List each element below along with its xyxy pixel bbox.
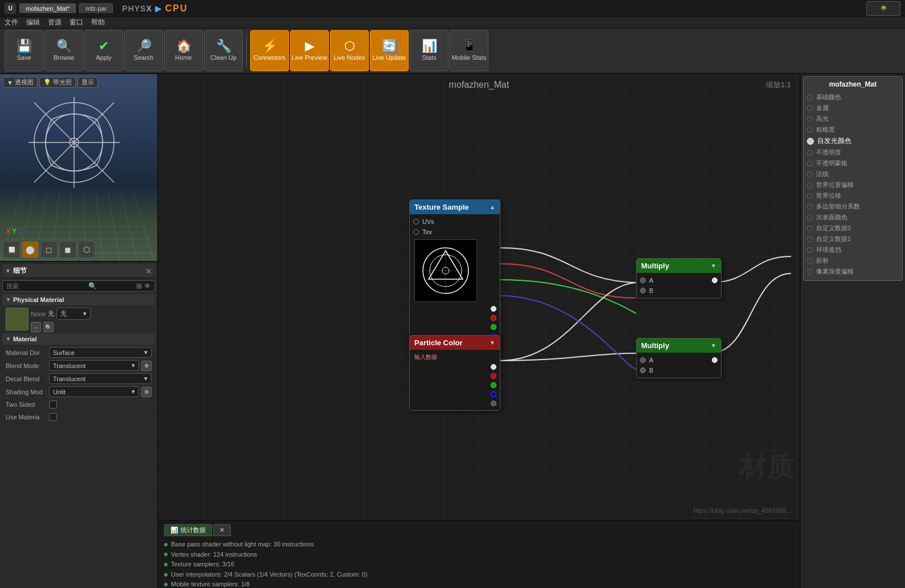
stats-tab[interactable]: 📊 统计数据 [164,524,212,536]
viewport-ctrl-3[interactable]: ◻ [40,241,58,258]
viewport-mode-label: 透视图 [15,78,34,87]
multiply-2-out-pin[interactable] [712,357,718,363]
details-search-input[interactable] [6,283,86,289]
browse-label: Browse [54,54,75,62]
grid-view-icon[interactable]: ⊞ [136,282,142,290]
multiply-1-out-pin[interactable] [712,277,718,283]
live-nodes-button[interactable]: ⬡ Live Nodes [330,30,369,71]
home-button[interactable]: 🏠 Home [164,30,203,71]
output-pin-2[interactable] [807,116,813,122]
uvs-input-pin[interactable] [413,219,419,224]
viewport-ctrl-1[interactable]: 🔲 [3,241,20,258]
output-pin-0[interactable] [807,95,813,100]
phys-color-swatch [6,308,28,330]
material-section[interactable]: ▼ Material [2,333,155,345]
output-pin-row-10: 多边形细分系数 [807,201,899,212]
output-pin-12[interactable] [807,226,813,231]
output-pin-6[interactable] [807,161,813,166]
save-button[interactable]: 💾 Save [5,30,43,71]
viewport-mode-dropdown[interactable]: ▼ 透视图 [3,77,38,88]
menu-assets[interactable]: 资源 [48,18,62,27]
stats-close-tab[interactable]: ✕ [213,524,231,536]
menu-window[interactable]: 窗口 [70,18,83,27]
blend-mode-dropdown[interactable]: Translucent ▾ [49,360,139,371]
r-output-pin[interactable] [491,315,496,321]
live-update-button[interactable]: 🔄 Live Update [370,30,409,71]
output-pin-label-14: 环境遮挡 [816,246,841,254]
arrow-left-btn[interactable]: ← [31,322,41,332]
x-axis-label: X [6,227,10,235]
connectors-button[interactable]: ⚡ Connectors [250,30,289,71]
multiply-1-expand-btn[interactable]: ▼ [711,263,716,269]
browse-button[interactable]: 🔍 Browse [44,30,83,71]
live-preview-button[interactable]: ▶ Live Preview [290,30,329,71]
output-pin-13[interactable] [807,236,813,242]
search-phys-btn[interactable]: 🔍 [43,322,54,332]
details-close-btn[interactable]: ✕ [145,267,152,276]
shading-model-dropdown[interactable]: Unlit ▾ [49,386,139,397]
two-sided-checkbox[interactable] [49,401,57,409]
viewport-ctrl-2[interactable]: ⬤ [22,241,39,258]
apply-button[interactable]: ✔ Apply [84,30,123,71]
output-pin-row-6: 不透明蒙板 [807,158,899,169]
rgb-output-pin[interactable] [491,306,496,312]
decal-blend-dropdown[interactable]: Translucent ▾ [49,373,152,384]
output-pin-row-14: 环境遮挡 [807,244,899,255]
stats-button[interactable]: 📊 Stats [410,30,449,71]
texture-expand-btn[interactable]: ▲ [490,204,495,210]
output-pin-9[interactable] [807,193,813,199]
menubar: 文件 编辑 资源 窗口 帮助 [0,17,905,28]
blend-mode-icon-btn[interactable]: ⊕ [141,361,152,371]
particle-subtitle: 输入数据 [410,352,500,362]
menu-help[interactable]: 帮助 [91,18,105,27]
material-domain-dropdown[interactable]: Surface ▾ [49,347,152,358]
physical-material-section[interactable]: ▼ Physical Material [2,294,155,305]
particle-gray-pin[interactable] [491,401,496,406]
g-output-pin[interactable] [491,324,496,330]
output-pin-14[interactable] [807,247,813,253]
particle-blue-pin[interactable] [491,391,496,397]
viewport-ctrl-5[interactable]: ⬡ [78,241,95,258]
stats-icon: 📊 [422,40,437,52]
multiply-2-expand-btn[interactable]: ▼ [711,342,716,349]
tab-mfz-par[interactable]: mfz-par [79,3,113,13]
cleanup-button[interactable]: 🔧 Clean Up [204,30,243,71]
output-pin-4[interactable] [807,138,814,145]
viewport-lighting-dropdown[interactable]: 💡 带光照 [39,77,76,88]
menu-edit[interactable]: 编辑 [26,18,40,27]
output-pin-11[interactable] [807,215,813,220]
multiply-1-a-in-pin[interactable] [640,277,646,283]
output-pin-3[interactable] [807,127,813,133]
connectors-label: Connectors [254,54,286,62]
output-pin-8[interactable] [807,182,813,188]
node-editor-title: mofazhen_Mat [449,80,509,90]
output-pin-5[interactable] [807,150,813,156]
output-pin-16[interactable] [807,269,813,275]
particle-red-pin[interactable] [491,373,496,379]
multiply-2-b-in-pin[interactable] [640,368,646,373]
viewport-ctrl-4[interactable]: ◼ [59,241,76,258]
stats-row-1: Base pass shader without light map: 30 i… [164,540,794,550]
multiply-2-a-in-pin[interactable] [640,357,646,363]
stats-label: Stats [422,54,436,62]
output-pin-7[interactable] [807,172,813,177]
output-pin-1[interactable] [807,105,813,111]
texture-sample-body: UVs Tex [410,214,500,352]
viewport-show-dropdown[interactable]: 显示 [78,77,98,88]
use-material-checkbox[interactable] [49,413,57,421]
wu-dropdown[interactable]: 无 ▾ [56,308,91,320]
node-canvas[interactable]: mofazhen_Mat 缩放1:1 [158,74,800,520]
menu-file[interactable]: 文件 [5,18,18,27]
eye-icon[interactable]: 👁 [144,282,151,290]
output-pin-15[interactable] [807,258,813,264]
mobile-stats-button[interactable]: 📱 Mobile Stats [450,30,488,71]
particle-white-pin[interactable] [491,364,496,370]
output-pin-10[interactable] [807,204,813,210]
tex-input-pin[interactable] [413,229,419,235]
multiply-1-b-in-pin[interactable] [640,288,646,293]
shading-model-icon-btn[interactable]: ⊕ [141,387,152,397]
tab-mofazhen-mat[interactable]: mofazhen_Mat* [19,3,76,13]
particle-green-pin[interactable] [491,382,496,388]
particle-expand-btn[interactable]: ▼ [490,340,495,346]
search-button[interactable]: 🔎 Search [124,30,163,71]
